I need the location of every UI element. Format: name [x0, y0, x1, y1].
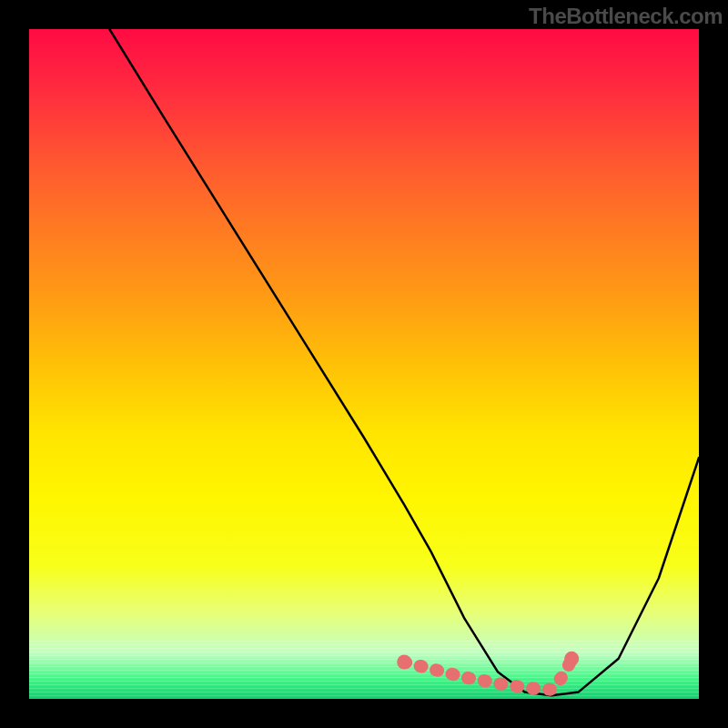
marker-dash	[404, 659, 571, 690]
curve-overlay	[0, 0, 728, 728]
marker-cap	[564, 652, 579, 666]
bottleneck-curve	[109, 29, 699, 695]
watermark-label: TheBottleneck.com	[529, 4, 723, 29]
chart-stage: TheBottleneck.com	[0, 0, 728, 728]
marker-cap	[397, 655, 411, 670]
